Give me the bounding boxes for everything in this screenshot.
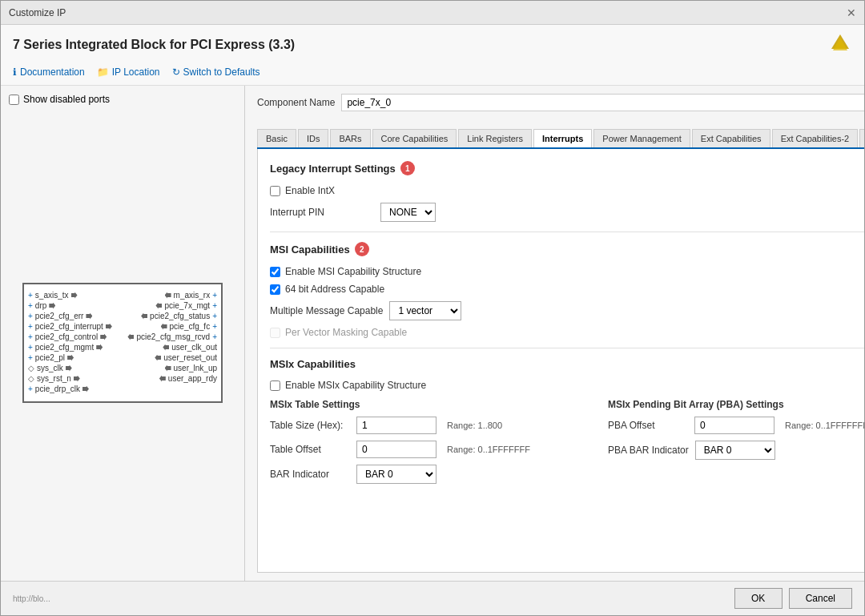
expand-cfg-interrupt[interactable]: +	[28, 322, 33, 331]
toolbar: ℹ Documentation 📁 IP Location ↻ Switch t…	[13, 63, 852, 81]
footer-buttons: OK Cancel	[734, 588, 852, 609]
tab-interrupts[interactable]: Interrupts	[533, 129, 592, 149]
port-right-user-lnk-up: user_lnk_up	[165, 364, 217, 372]
port-right-cfg-msg-rcvd: + pcie2_cfg_msg_rcvd	[127, 332, 217, 341]
pba-offset-label: PBA Offset	[608, 420, 688, 431]
msix-table-header: MSIx Table Settings	[270, 399, 584, 410]
bar-indicator-label: BAR Indicator	[270, 469, 350, 480]
ip-block: + s_axis_tx + m_axis_rx +	[22, 283, 223, 403]
expand-pcie-drp-clk[interactable]: +	[28, 384, 33, 393]
expand-drp[interactable]: +	[28, 301, 33, 310]
component-name-row: Component Name ✕	[257, 94, 864, 111]
port-row-5: + pcie2_cfg_control + pcie2_cfg_msg_rcvd	[28, 332, 217, 341]
connector-pcie2-pl	[67, 355, 74, 361]
port-row-7: + pcie2_pl user_reset_out	[28, 353, 217, 362]
multiple-msg-row: Multiple Message Capable 1 vector 2 vect…	[270, 301, 864, 320]
tab-link-registers[interactable]: Link Registers	[458, 129, 532, 147]
tab-tl-setting[interactable]: TL Setting	[859, 129, 864, 147]
app-logo-icon	[828, 33, 852, 57]
main-content: Show disabled ports + s_axis_tx + m_axis…	[1, 86, 864, 581]
per-vector-checkbox[interactable]	[270, 328, 280, 338]
port-left-pcie-drp-clk: + pcie_drp_clk	[28, 384, 89, 393]
pba-bar-row: PBA BAR Indicator BAR 0 BAR 1 BAR 2 BAR …	[608, 441, 864, 460]
pba-bar-select[interactable]: BAR 0 BAR 1 BAR 2 BAR 3 BAR 4 BAR 5	[695, 441, 775, 460]
expand-cfg-mgmt[interactable]: +	[28, 343, 33, 352]
app-title-row: 7 Series Integrated Block for PCI Expres…	[13, 33, 852, 57]
settings-panel: Legacy Interrupt Settings 1 Enable IntX …	[257, 149, 864, 573]
per-vector-row: Per Vector Masking Capable	[270, 327, 864, 338]
tab-ext-capabilities-2[interactable]: Ext Capabilities-2	[772, 129, 859, 147]
expand-pcie-7x-mgt[interactable]: +	[212, 301, 217, 310]
interrupt-pin-select[interactable]: NONE INTA INTB INTC INTD	[380, 203, 436, 222]
tab-ids[interactable]: IDs	[298, 129, 329, 147]
connector-sys-clk	[66, 365, 72, 372]
multiple-msg-select[interactable]: 1 vector 2 vectors 4 vectors 8 vectors 1…	[389, 301, 461, 320]
port-right-user-app-rdy: user_app_rdy	[159, 374, 217, 383]
tab-power-management[interactable]: Power Management	[593, 129, 690, 147]
enable-intx-row: Enable IntX	[270, 185, 864, 196]
msix-pba-header: MSIx Pending Bit Array (PBA) Settings	[608, 399, 864, 410]
table-offset-range: Range: 0..1FFFFFFF	[447, 445, 530, 454]
port-right-user-reset-out: user_reset_out	[155, 353, 217, 362]
expand-cfg-msg-rcvd[interactable]: +	[212, 332, 217, 341]
port-row-4: + pcie2_cfg_interrupt + pcie_cfg_fc	[28, 322, 217, 331]
tab-core-capabilities[interactable]: Core Capabilities	[372, 129, 457, 147]
port-row-8: ◇ sys_clk user_lnk_up	[28, 364, 217, 372]
port-left-cfg-interrupt: + pcie2_cfg_interrupt	[28, 322, 112, 331]
connector-m-axis-rx	[165, 292, 171, 299]
enable-msi-checkbox[interactable]	[270, 267, 280, 277]
connector-pcie-7x-mgt	[155, 303, 162, 309]
connector-sys-rst-n	[74, 376, 80, 382]
clock-icon-sys-rst: ◇	[28, 374, 34, 383]
tab-bars[interactable]: BARs	[330, 129, 370, 147]
table-offset-input[interactable]	[356, 441, 437, 458]
expand-pcie2-pl[interactable]: +	[28, 353, 33, 362]
ip-location-button[interactable]: 📁 IP Location	[97, 66, 160, 78]
pba-offset-input[interactable]	[694, 417, 774, 434]
enable-intx-checkbox[interactable]	[270, 186, 280, 196]
connector-cfg-status	[141, 313, 147, 320]
documentation-label: Documentation	[20, 66, 85, 78]
main-window: Customize IP ✕ 7 Series Integrated Block…	[0, 0, 865, 616]
msi-section-title: MSI Capabilities	[270, 244, 350, 256]
port-left-s-axis-tx: + s_axis_tx	[28, 291, 78, 300]
cancel-button[interactable]: Cancel	[789, 588, 852, 609]
connector-cfg-control	[100, 334, 107, 340]
interrupt-pin-label: Interrupt PIN	[270, 207, 374, 218]
expand-m-axis-rx[interactable]: +	[212, 291, 217, 300]
enable-msix-checkbox[interactable]	[270, 380, 280, 391]
enable-intx-label: Enable IntX	[285, 185, 335, 196]
msix-table-col: MSIx Table Settings Table Size (Hex): Ra…	[270, 399, 584, 490]
close-icon[interactable]: ✕	[847, 6, 856, 19]
folder-icon: 📁	[97, 66, 109, 78]
switch-defaults-button[interactable]: ↻ Switch to Defaults	[172, 66, 260, 78]
port-row-6: + pcie2_cfg_mgmt user_clk_out	[28, 343, 217, 352]
table-size-input[interactable]	[356, 417, 437, 434]
expand-cfg-status[interactable]: +	[212, 312, 217, 320]
tab-basic[interactable]: Basic	[257, 129, 296, 147]
component-name-input[interactable]	[341, 94, 864, 111]
show-disabled-checkbox[interactable]	[9, 95, 19, 105]
expand-cfg-control[interactable]: +	[28, 332, 33, 341]
legacy-section-title: Legacy Interrupt Settings	[270, 163, 396, 175]
connector-cfg-mgmt	[96, 344, 103, 351]
expand-s-axis-tx[interactable]: +	[28, 291, 33, 300]
interrupt-pin-row: Interrupt PIN NONE INTA INTB INTC INTD	[270, 203, 864, 222]
legacy-section-header: Legacy Interrupt Settings 1	[270, 161, 864, 175]
tab-ext-capabilities[interactable]: Ext Capabilities	[692, 129, 770, 147]
component-name-label: Component Name	[257, 97, 335, 108]
msix-settings-grid: MSIx Table Settings Table Size (Hex): Ra…	[270, 399, 864, 490]
left-panel: Show disabled ports + s_axis_tx + m_axis…	[1, 86, 245, 581]
connector-user-clk-out	[163, 344, 169, 351]
bit64-checkbox[interactable]	[270, 284, 280, 295]
show-disabled-label: Show disabled ports	[23, 94, 110, 105]
bar-indicator-select[interactable]: BAR 0 BAR 1 BAR 2 BAR 3 BAR 4 BAR 5	[356, 465, 437, 484]
documentation-button[interactable]: ℹ Documentation	[13, 66, 85, 78]
expand-pcie-cfg-fc[interactable]: +	[212, 322, 217, 331]
ok-button[interactable]: OK	[734, 588, 783, 609]
port-row-9: ◇ sys_rst_n user_app_rdy	[28, 374, 217, 383]
bit64-row: 64 bit Address Capable	[270, 284, 864, 295]
port-row-1: + s_axis_tx + m_axis_rx	[28, 291, 217, 300]
expand-cfg-err[interactable]: +	[28, 312, 33, 320]
divider-1	[270, 232, 864, 232]
